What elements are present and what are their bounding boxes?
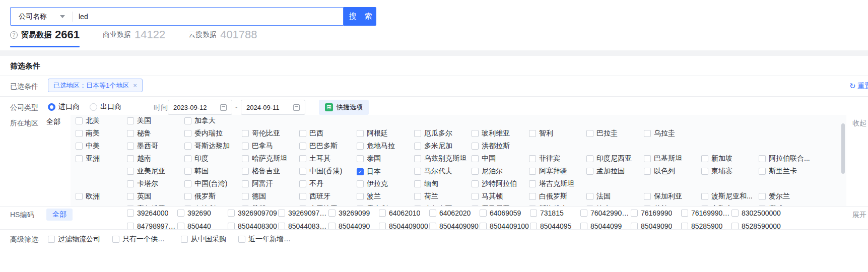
- country-checkbox[interactable]: 亚美尼亚: [127, 167, 165, 176]
- hs-code-checkbox[interactable]: 392690: [177, 209, 211, 217]
- country-checkbox[interactable]: 中国: [472, 154, 496, 163]
- country-checkbox[interactable]: 秘鲁: [127, 129, 151, 138]
- region-checkbox[interactable]: 北美: [76, 116, 100, 125]
- question-circle-icon[interactable]: ?: [10, 31, 18, 39]
- country-checkbox[interactable]: 西班牙: [299, 192, 330, 201]
- hs-code-checkbox[interactable]: 39269099: [328, 209, 370, 217]
- hs-code-checkbox[interactable]: 8302500000: [731, 209, 781, 217]
- radio-importer[interactable]: 进口商: [48, 102, 80, 111]
- hs-code-checkbox[interactable]: 76169990: [631, 209, 672, 217]
- country-checkbox[interactable]: 土耳其: [299, 154, 330, 163]
- hs-code-checkbox[interactable]: 760429900...: [580, 209, 631, 217]
- country-checkbox[interactable]: 泰国: [357, 154, 381, 163]
- country-checkbox[interactable]: 巴基斯坦: [644, 154, 682, 163]
- country-checkbox[interactable]: 智利: [529, 129, 553, 138]
- country-checkbox[interactable]: 越南: [127, 154, 151, 163]
- hs-code-checkbox[interactable]: 731815: [530, 209, 564, 217]
- advanced-filter-checkbox[interactable]: 近一年新增进口商: [238, 235, 295, 244]
- radio-exporter[interactable]: 出口商: [90, 102, 121, 111]
- country-checkbox[interactable]: 美国: [127, 116, 151, 125]
- country-checkbox[interactable]: 墨西哥: [127, 142, 158, 151]
- country-checkbox[interactable]: 荷兰: [414, 192, 438, 201]
- country-checkbox[interactable]: 马其顿: [472, 192, 503, 201]
- tab-business-data[interactable]: 商业数据 14122: [103, 29, 165, 47]
- country-checkbox[interactable]: 巴西: [299, 129, 323, 138]
- country-checkbox[interactable]: 印度尼西亚: [586, 154, 632, 163]
- country-checkbox[interactable]: 爱尔兰: [759, 192, 790, 201]
- country-checkbox[interactable]: 俄罗斯: [184, 192, 216, 201]
- hs-code-checkbox[interactable]: 64062010: [379, 209, 420, 217]
- country-checkbox[interactable]: 英国: [127, 192, 151, 201]
- country-checkbox[interactable]: 厄瓜多尔: [414, 129, 452, 138]
- hs-code-checkbox[interactable]: 39264000: [127, 209, 168, 217]
- country-checkbox[interactable]: 沙特阿拉伯: [472, 179, 517, 188]
- scrollbar-thumb[interactable]: [841, 123, 845, 174]
- tab-trade-data[interactable]: ? 贸易数据 2661: [10, 29, 80, 47]
- country-checkbox[interactable]: 阿塞拜疆: [529, 167, 567, 176]
- tab-cloud-search-data[interactable]: 云搜数据 401788: [188, 29, 257, 47]
- advanced-filter-checkbox[interactable]: 过滤物流公司: [48, 235, 100, 244]
- country-checkbox[interactable]: 多米尼加: [414, 142, 452, 151]
- search-category-select[interactable]: 公司名称: [11, 12, 72, 21]
- country-checkbox[interactable]: 哥斯达黎加: [184, 142, 230, 151]
- country-checkbox[interactable]: 保加利亚: [644, 192, 682, 201]
- country-checkbox[interactable]: ✓日本: [357, 167, 381, 176]
- region-all-button[interactable]: 全部: [46, 117, 60, 126]
- hs-code-checkbox[interactable]: 392690979...: [278, 209, 328, 217]
- advanced-filter-checkbox[interactable]: 只有一个供应商: [112, 235, 169, 244]
- country-checkbox[interactable]: 巴拉圭: [586, 129, 618, 138]
- country-checkbox[interactable]: 孟加拉国: [586, 167, 625, 176]
- country-checkbox[interactable]: 乌拉圭: [644, 129, 675, 138]
- country-checkbox[interactable]: 巴拿马: [242, 142, 273, 151]
- region-checkbox[interactable]: 中美: [76, 142, 100, 151]
- country-checkbox[interactable]: 波斯尼亚和...: [701, 192, 753, 201]
- country-checkbox[interactable]: 阿富汗: [242, 179, 273, 188]
- country-checkbox[interactable]: 卡塔尔: [127, 179, 158, 188]
- quick-options-button[interactable]: ⊞ 快捷选项: [319, 100, 369, 115]
- country-checkbox[interactable]: 中国(香港): [299, 167, 342, 176]
- country-checkbox[interactable]: 中国(台湾): [184, 179, 227, 188]
- country-checkbox[interactable]: 马尔代夫: [414, 167, 452, 176]
- country-checkbox[interactable]: 德国: [242, 192, 266, 201]
- search-button[interactable]: 搜 索: [344, 7, 376, 26]
- date-from-input[interactable]: 2023-09-12: [168, 100, 232, 115]
- hs-all-button[interactable]: 全部: [46, 209, 73, 221]
- date-to-input[interactable]: 2024-09-11: [241, 100, 305, 115]
- country-checkbox[interactable]: 塔吉克斯坦: [529, 179, 574, 188]
- hs-code-checkbox[interactable]: 64062020: [429, 209, 471, 217]
- region-checkbox[interactable]: 欧洲: [76, 192, 100, 201]
- country-checkbox[interactable]: 加拿大: [184, 116, 216, 125]
- country-checkbox[interactable]: 格鲁吉亚: [242, 167, 280, 176]
- country-checkbox[interactable]: 柬埔寨: [701, 167, 732, 176]
- country-checkbox[interactable]: 不丹: [299, 179, 323, 188]
- hs-code-checkbox[interactable]: 761699909...: [681, 209, 731, 217]
- country-checkbox[interactable]: 新加坡: [701, 154, 732, 163]
- reset-button[interactable]: ↻ 重置: [849, 82, 868, 91]
- country-checkbox[interactable]: 斯里兰卡: [759, 167, 797, 176]
- country-checkbox[interactable]: 以色列: [644, 167, 675, 176]
- expand-link[interactable]: 展开: [852, 211, 866, 220]
- country-checkbox[interactable]: 乌兹别克斯坦: [414, 154, 466, 163]
- country-checkbox[interactable]: 哈萨克斯坦: [242, 154, 287, 163]
- country-checkbox[interactable]: 法国: [586, 192, 611, 201]
- country-checkbox[interactable]: 波兰: [357, 192, 381, 201]
- country-checkbox[interactable]: 危地马拉: [357, 142, 395, 151]
- country-checkbox[interactable]: 哥伦比亚: [242, 129, 280, 138]
- country-checkbox[interactable]: 印度: [184, 154, 209, 163]
- advanced-filter-checkbox[interactable]: 从中国采购: [181, 235, 226, 244]
- country-checkbox[interactable]: 白俄罗斯: [529, 192, 567, 201]
- selected-region-tag[interactable]: 已选地区：日本等1个地区 ×: [48, 79, 143, 92]
- collapse-link[interactable]: 收起: [852, 119, 866, 128]
- country-checkbox[interactable]: 伊拉克: [357, 179, 388, 188]
- country-checkbox[interactable]: 韩国: [184, 167, 209, 176]
- country-checkbox[interactable]: 缅甸: [414, 179, 438, 188]
- country-checkbox[interactable]: 阿拉伯联合...: [759, 154, 810, 163]
- country-checkbox[interactable]: 委内瑞拉: [184, 129, 223, 138]
- country-checkbox[interactable]: 洪都拉斯: [472, 142, 510, 151]
- close-icon[interactable]: ×: [133, 82, 137, 89]
- country-checkbox[interactable]: 玻利维亚: [472, 129, 510, 138]
- region-checkbox[interactable]: 亚洲: [76, 154, 100, 163]
- region-checkbox[interactable]: 南美: [76, 129, 100, 138]
- search-input[interactable]: [73, 13, 343, 21]
- country-checkbox[interactable]: 菲律宾: [529, 154, 560, 163]
